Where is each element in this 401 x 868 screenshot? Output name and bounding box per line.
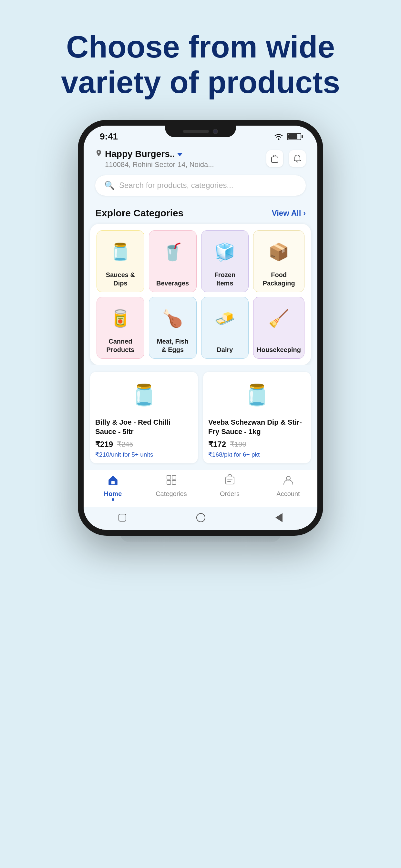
category-label-beverages: Beverages bbox=[156, 279, 189, 287]
headline-line2: variety of products bbox=[61, 65, 340, 99]
android-recent-btn[interactable] bbox=[119, 514, 126, 522]
android-nav bbox=[84, 507, 317, 530]
page-headline: Choose from wide variety of products bbox=[42, 29, 359, 100]
nav-item-home[interactable]: Home bbox=[97, 474, 129, 501]
category-item-canned[interactable]: 🥫 CannedProducts bbox=[96, 297, 144, 359]
category-item-housekeeping[interactable]: 🧹 Housekeeping bbox=[253, 297, 305, 359]
svg-rect-5 bbox=[167, 480, 171, 485]
dairy-emoji: 🧈 bbox=[214, 310, 235, 327]
header-icons bbox=[266, 150, 306, 167]
product-card-1[interactable]: 🫙 Billy & Joe - Red Chilli Sauce - 5ltr … bbox=[90, 372, 198, 463]
product-image-icon-1: 🫙 bbox=[131, 383, 157, 407]
packaging-emoji: 📦 bbox=[268, 244, 289, 260]
section-header: Explore Categories View All › bbox=[84, 201, 317, 224]
products-section: 🫙 Billy & Joe - Red Chilli Sauce - 5ltr … bbox=[84, 365, 317, 463]
product-price-original-2: ₹190 bbox=[230, 440, 246, 448]
location-address: 110084, Rohini Sector-14, Noida... bbox=[105, 160, 214, 169]
product-name-2: Veeba Schezwan Dip & Stir-Fry Sauce - 1k… bbox=[208, 417, 306, 437]
bell-icon-button[interactable] bbox=[289, 150, 306, 167]
product-image-2: 🫙 bbox=[208, 377, 306, 413]
category-image-housekeeping: 🧹 bbox=[257, 302, 301, 335]
svg-point-0 bbox=[278, 138, 280, 140]
product-price-row-2: ₹172 ₹190 bbox=[208, 440, 306, 449]
status-icons bbox=[274, 133, 301, 140]
location-pin-icon bbox=[95, 150, 102, 158]
phone-notch bbox=[165, 126, 236, 137]
status-time: 9:41 bbox=[100, 131, 118, 142]
nav-label-orders: Orders bbox=[220, 490, 240, 498]
headline-line1: Choose from wide bbox=[66, 29, 335, 64]
category-item-sauces[interactable]: 🫙 Sauces &Dips bbox=[96, 230, 144, 292]
phone-mockup: 9:41 bbox=[78, 120, 323, 536]
search-bar[interactable]: 🔍 Search for products, categories... bbox=[95, 175, 306, 196]
bell-icon bbox=[293, 154, 302, 163]
sauces-emoji: 🫙 bbox=[110, 244, 131, 260]
beverages-emoji: 🥤 bbox=[162, 244, 183, 260]
products-row: 🫙 Billy & Joe - Red Chilli Sauce - 5ltr … bbox=[90, 372, 311, 463]
category-item-food-packaging[interactable]: 📦 FoodPackaging bbox=[253, 230, 305, 292]
canned-emoji: 🥫 bbox=[110, 310, 131, 327]
category-image-sauces: 🫙 bbox=[100, 236, 141, 268]
nav-active-dot bbox=[112, 498, 114, 501]
categories-card: 🫙 Sauces &Dips 🥤 Beverages bbox=[90, 224, 311, 365]
category-image-meat: 🍗 bbox=[152, 302, 193, 335]
category-item-beverages[interactable]: 🥤 Beverages bbox=[149, 230, 197, 292]
meat-emoji: 🍗 bbox=[162, 310, 183, 327]
app-header: Happy Burgers.. 110084, Rohini Sector-14… bbox=[84, 144, 317, 172]
orders-icon-button[interactable] bbox=[266, 150, 283, 167]
category-item-meat[interactable]: 🍗 Meat, Fish& Eggs bbox=[149, 297, 197, 359]
location-chevron-icon bbox=[177, 153, 182, 156]
product-price-current-1: ₹219 bbox=[95, 440, 113, 449]
product-card-2[interactable]: 🫙 Veeba Schezwan Dip & Stir-Fry Sauce - … bbox=[203, 372, 311, 463]
orders-nav-icon bbox=[224, 474, 236, 488]
product-name-1: Billy & Joe - Red Chilli Sauce - 5ltr bbox=[95, 417, 193, 437]
shopping-bag-icon bbox=[271, 154, 279, 163]
category-label-sauces: Sauces &Dips bbox=[106, 271, 135, 287]
view-all-link[interactable]: View All › bbox=[272, 209, 306, 218]
nav-item-orders[interactable]: Orders bbox=[214, 474, 246, 501]
frozen-emoji: 🧊 bbox=[214, 244, 235, 260]
wifi-icon bbox=[274, 133, 284, 140]
bottom-nav: Home Categories bbox=[84, 470, 317, 507]
category-image-packaging: 📦 bbox=[257, 236, 301, 268]
battery-icon bbox=[287, 133, 301, 140]
section-title: Explore Categories bbox=[95, 208, 183, 219]
nav-item-account[interactable]: Account bbox=[272, 474, 305, 501]
phone-screen: 9:41 bbox=[84, 126, 317, 530]
home-nav-icon bbox=[107, 474, 119, 488]
category-label-frozen: FrozenItems bbox=[214, 271, 236, 287]
category-label-packaging: FoodPackaging bbox=[263, 271, 295, 287]
svg-rect-6 bbox=[172, 480, 176, 485]
product-image-icon-2: 🫙 bbox=[244, 383, 270, 407]
front-camera bbox=[213, 129, 218, 134]
category-image-canned: 🥫 bbox=[100, 302, 141, 335]
search-bar-wrapper: 🔍 Search for products, categories... bbox=[84, 172, 317, 201]
product-price-original-1: ₹245 bbox=[117, 440, 133, 448]
category-item-dairy[interactable]: 🧈 Dairy bbox=[201, 297, 249, 359]
svg-rect-4 bbox=[172, 475, 176, 479]
category-label-housekeeping: Housekeeping bbox=[257, 345, 301, 354]
category-item-frozen[interactable]: 🧊 FrozenItems bbox=[201, 230, 249, 292]
category-image-dairy: 🧈 bbox=[205, 302, 245, 335]
housekeeping-emoji: 🧹 bbox=[268, 310, 289, 327]
account-nav-icon bbox=[282, 474, 294, 488]
categories-grid: 🫙 Sauces &Dips 🥤 Beverages bbox=[96, 230, 305, 359]
category-image-frozen: 🧊 bbox=[205, 236, 245, 268]
category-label-dairy: Dairy bbox=[217, 345, 233, 354]
category-image-beverages: 🥤 bbox=[152, 236, 193, 268]
nav-item-categories[interactable]: Categories bbox=[155, 474, 188, 501]
android-back-btn[interactable] bbox=[275, 513, 282, 522]
nav-label-categories: Categories bbox=[156, 490, 187, 498]
search-icon: 🔍 bbox=[104, 181, 115, 190]
speaker bbox=[183, 130, 209, 133]
product-price-row-1: ₹219 ₹245 bbox=[95, 440, 193, 449]
android-home-btn[interactable] bbox=[196, 513, 205, 522]
location-block[interactable]: Happy Burgers.. 110084, Rohini Sector-14… bbox=[95, 149, 214, 169]
svg-rect-7 bbox=[226, 477, 234, 484]
search-placeholder-text: Search for products, categories... bbox=[119, 181, 234, 190]
product-bulk-price-2: ₹168/pkt for 6+ pkt bbox=[208, 451, 306, 458]
svg-rect-1 bbox=[272, 157, 278, 162]
svg-rect-2 bbox=[112, 481, 115, 485]
svg-rect-3 bbox=[167, 475, 171, 479]
location-name: Happy Burgers.. bbox=[105, 149, 175, 159]
